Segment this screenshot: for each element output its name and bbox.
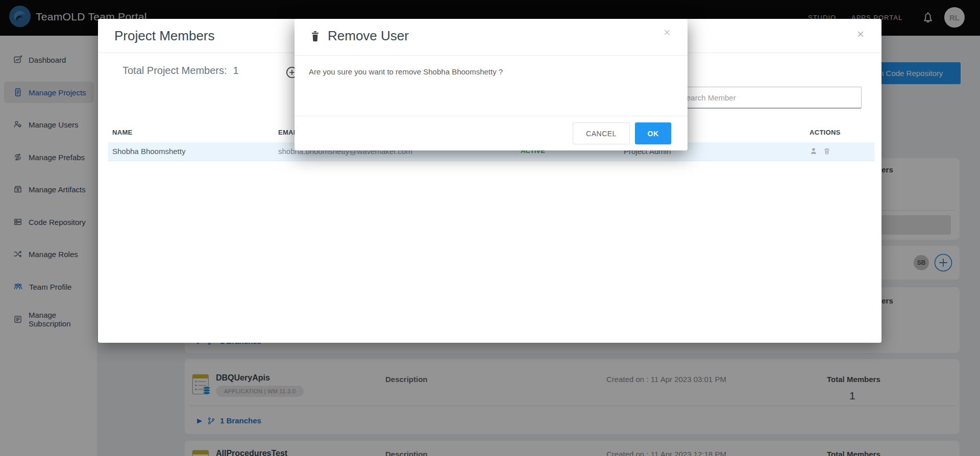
total-project-members-value: 1 [233,65,239,76]
delete-member-icon[interactable] [823,147,831,156]
row-actions [810,147,831,156]
column-header-name: NAME [112,129,132,136]
close-icon[interactable]: × [664,27,670,38]
total-project-members-label: Total Project Members: [122,65,227,76]
column-header-actions: ACTIONS [810,129,841,136]
edit-member-icon[interactable] [810,147,818,155]
member-name: Shobha Bhoomshetty [112,147,185,156]
modal-footer-divider [295,116,688,116]
total-project-members: Total Project Members:1 [122,65,239,77]
modal-header-divider [295,55,688,56]
modal-title: Project Members [114,28,215,44]
remove-user-header: Remove User [310,28,409,44]
close-icon[interactable]: × [857,28,864,40]
modal-footer-buttons: CANCEL OK [573,122,671,144]
trash-icon [310,30,321,42]
ok-button[interactable]: OK [635,122,671,144]
cancel-button[interactable]: CANCEL [573,122,630,144]
search-member-input[interactable] [675,87,862,109]
modal-title: Remove User [328,28,409,44]
remove-user-modal: Remove User × Are you sure you want to r… [295,19,688,150]
confirmation-message: Are you sure you want to remove Shobha B… [309,67,503,76]
